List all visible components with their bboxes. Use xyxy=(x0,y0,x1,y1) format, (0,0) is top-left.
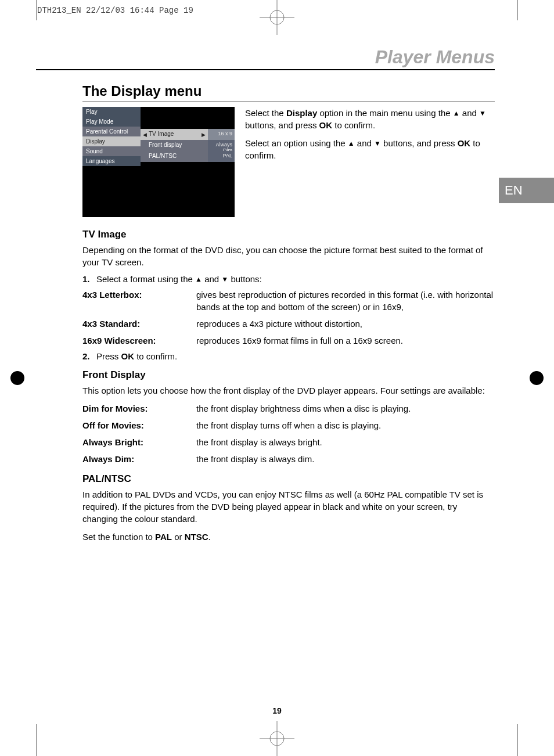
menu-item: Languages xyxy=(82,156,141,166)
triangle-down-icon: ▼ xyxy=(479,109,486,118)
subsection-heading-pal-ntsc: PAL/NTSC xyxy=(82,473,495,485)
submenu-label: TV Image xyxy=(149,131,174,137)
numbered-step: 1. Select a format using the ▲ and ▼ but… xyxy=(82,274,495,284)
body-text: This option lets you choose how the fron… xyxy=(82,384,495,397)
svg-point-8 xyxy=(10,371,24,385)
triangle-up-icon: ▲ xyxy=(195,275,202,283)
crop-marks-header: DTH213_EN 22/12/03 16:44 Page 19 xyxy=(37,6,193,15)
definition-row: 16x9 Widescreen: reproduces 16x9 format … xyxy=(82,334,495,347)
triangle-down-icon: ▼ xyxy=(221,275,228,283)
trim-mark xyxy=(517,0,518,20)
trim-mark xyxy=(36,724,37,756)
menu-item: Parental Control xyxy=(82,127,141,136)
menu-item: Sound xyxy=(82,146,141,156)
triangle-right-icon: ▶ xyxy=(202,132,206,138)
menu-item-selected: Display xyxy=(82,136,141,146)
register-mark-right-icon xyxy=(519,361,554,395)
definition-row: Always Dim: the front display is always … xyxy=(82,453,495,465)
submenu-row: Front display Always Dim xyxy=(141,140,235,151)
menu-screenshot: Play Play Mode Parental Control Display … xyxy=(82,107,235,217)
trim-mark xyxy=(517,724,518,756)
section-heading-display-menu: The Display menu xyxy=(82,83,495,102)
triangle-up-icon: ▲ xyxy=(453,109,460,118)
chapter-title: Player Menus xyxy=(36,46,495,70)
submenu-value: Always Dim xyxy=(208,140,235,151)
body-text: Depending on the format of the DVD disc,… xyxy=(82,244,495,268)
triangle-down-icon: ▼ xyxy=(374,139,381,149)
definition-row: 4x3 Letterbox: gives best reproduction o… xyxy=(82,289,495,313)
language-tab: EN xyxy=(499,178,554,203)
submenu-row: PAL/NTSC PAL xyxy=(141,151,235,162)
triangle-up-icon: ▲ xyxy=(348,139,355,149)
register-mark-left-icon xyxy=(0,361,35,395)
menu-item: Play xyxy=(82,107,141,117)
submenu-row: ◀TV Image▶ 16 x 9 xyxy=(141,129,235,140)
definition-row: Always Bright: the front display is alwa… xyxy=(82,436,495,448)
submenu-label: Front display xyxy=(149,142,182,148)
page-number: 19 xyxy=(36,706,518,715)
register-mark-bottom-icon xyxy=(260,721,294,756)
subsection-heading-front-display: Front Display xyxy=(82,369,495,381)
register-mark-top-icon xyxy=(260,0,294,35)
intro-text: Select the Display option in the main me… xyxy=(245,107,495,167)
body-text: In addition to PAL DVDs and VCDs, you ca… xyxy=(82,488,495,525)
triangle-left-icon: ◀ xyxy=(143,132,147,138)
definition-row: 4x3 Standard: reproduces a 4x3 picture w… xyxy=(82,318,495,330)
submenu-value: 16 x 9 xyxy=(208,129,235,140)
subsection-heading-tv-image: TV Image xyxy=(82,229,495,240)
trim-mark xyxy=(36,0,37,20)
submenu-value: PAL xyxy=(208,151,235,162)
submenu-label: PAL/NTSC xyxy=(149,153,177,159)
menu-item: Play Mode xyxy=(82,117,141,127)
definition-row: Off for Movies: the front display turns … xyxy=(82,419,495,431)
numbered-step: 2. Press OK to confirm. xyxy=(82,351,495,361)
definition-row: Dim for Movies: the front display bright… xyxy=(82,402,495,415)
svg-point-11 xyxy=(530,371,544,385)
body-text: Set the function to PAL or NTSC. xyxy=(82,531,495,543)
